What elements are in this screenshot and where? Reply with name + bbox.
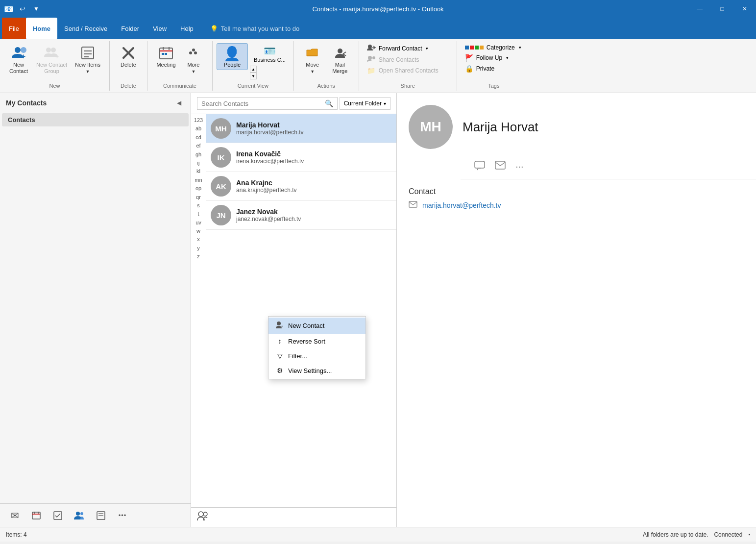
svg-rect-37 bbox=[475, 161, 485, 168]
lightbulb-icon: 💡 bbox=[210, 25, 218, 32]
collapse-sidebar-btn[interactable]: ◀ bbox=[173, 97, 185, 109]
alpha-ab[interactable]: ab bbox=[195, 124, 201, 133]
alpha-z[interactable]: z bbox=[197, 252, 200, 261]
ctx-new-contact[interactable]: + New Contact bbox=[268, 318, 366, 334]
new-contact-group-button[interactable]: + New ContactGroup bbox=[33, 43, 70, 76]
svg-rect-38 bbox=[495, 161, 505, 169]
ribbon: + NewContact + New ContactGroup bbox=[0, 39, 756, 93]
add-contact-footer-icon[interactable] bbox=[197, 511, 208, 524]
more-detail-actions-icon[interactable]: ··· bbox=[513, 159, 526, 175]
detail-email-value[interactable]: marija.horvat@perftech.tv bbox=[422, 201, 501, 209]
ctx-view-settings[interactable]: ⚙ View Settings... bbox=[268, 363, 366, 378]
alpha-s[interactable]: s bbox=[197, 201, 200, 210]
nav-mail-icon[interactable]: ✉ bbox=[6, 507, 24, 524]
alpha-ij[interactable]: ij bbox=[197, 159, 200, 167]
delete-button[interactable]: Delete bbox=[116, 43, 141, 70]
contact-marija-horvat[interactable]: MH Marija Horvat marija.horvat@perftech.… bbox=[206, 114, 396, 143]
search-input-wrap: 🔍 bbox=[197, 97, 338, 110]
ctx-reverse-sort[interactable]: ↕ Reverse Sort bbox=[268, 334, 366, 348]
alpha-x[interactable]: x bbox=[197, 235, 200, 244]
detail-name: Marija Horvat bbox=[463, 120, 538, 135]
svg-point-18 bbox=[189, 51, 192, 54]
nav-tasks-icon[interactable] bbox=[49, 507, 67, 524]
search-input[interactable] bbox=[201, 100, 322, 107]
svg-point-19 bbox=[194, 51, 197, 54]
alpha-kl[interactable]: kl bbox=[196, 167, 200, 175]
alpha-y[interactable]: y bbox=[197, 244, 200, 252]
menu-home[interactable]: Home bbox=[26, 18, 57, 39]
scroll-down-btn[interactable]: ▼ bbox=[250, 73, 257, 79]
meeting-button[interactable]: Meeting bbox=[153, 43, 179, 70]
resize-handle[interactable]: ▪ bbox=[748, 532, 750, 537]
alpha-123[interactable]: 123 bbox=[194, 116, 203, 124]
people-view-icon: 👤 bbox=[223, 46, 241, 62]
alpha-w[interactable]: w bbox=[196, 227, 200, 235]
contact-name-ana-krajnc: Ana Krajnc bbox=[236, 179, 391, 187]
business-card-label: Business C... bbox=[254, 57, 286, 63]
close-btn[interactable]: ✕ bbox=[733, 0, 756, 18]
contact-janez-novak[interactable]: JN Janez Novak janez.novak@perftech.tv bbox=[206, 201, 396, 230]
sidebar-header: My Contacts ◀ bbox=[0, 93, 191, 113]
categorize-button[interactable]: Categorize ▾ bbox=[463, 43, 525, 52]
sidebar-item-contacts[interactable]: Contacts bbox=[2, 113, 189, 126]
svg-rect-25 bbox=[32, 512, 40, 519]
private-label: Private bbox=[476, 65, 494, 72]
mail-merge-button[interactable]: MailMerge bbox=[327, 43, 353, 76]
nav-people-icon[interactable] bbox=[71, 507, 88, 524]
detail-contact-row: marija.horvat@perftech.tv bbox=[409, 201, 744, 210]
title-bar-text: Contacts - marija.horvat@perftech.tv - O… bbox=[312, 5, 443, 13]
search-scope-dropdown[interactable]: Current Folder ▾ bbox=[340, 97, 390, 110]
new-contact-icon: + bbox=[11, 45, 26, 61]
menu-help[interactable]: Help bbox=[173, 18, 200, 39]
chat-action-icon[interactable] bbox=[472, 159, 487, 175]
detail-actions: ··· bbox=[461, 155, 756, 179]
scroll-up-btn[interactable]: ▲ bbox=[250, 66, 257, 73]
alpha-cd[interactable]: cd bbox=[195, 133, 201, 142]
share-contacts-label: Share Contacts bbox=[379, 56, 419, 63]
private-button[interactable]: 🔒 Private bbox=[463, 64, 525, 74]
nav-calendar-icon[interactable] bbox=[27, 507, 45, 524]
alpha-ef[interactable]: ef bbox=[196, 142, 200, 150]
alpha-gh[interactable]: gh bbox=[195, 150, 201, 159]
maximize-btn[interactable]: □ bbox=[711, 0, 733, 18]
contact-name-janez-novak: Janez Novak bbox=[236, 208, 391, 216]
business-card-view-button[interactable]: 🪪 Business C... bbox=[250, 43, 290, 65]
contact-name-marija-horvat: Marija Horvat bbox=[236, 121, 391, 129]
people-view-button[interactable]: 👤 People bbox=[217, 43, 248, 70]
ribbon-group-delete-label: Delete bbox=[121, 81, 136, 89]
move-button[interactable]: Move▼ bbox=[300, 43, 325, 76]
alpha-mn[interactable]: mn bbox=[195, 176, 202, 184]
tell-me-input[interactable] bbox=[221, 25, 329, 32]
alpha-op[interactable]: op bbox=[195, 184, 201, 193]
alpha-qr[interactable]: qr bbox=[196, 193, 201, 201]
share-contacts-button[interactable]: Share Contacts bbox=[365, 54, 451, 65]
minimize-btn[interactable]: — bbox=[688, 0, 711, 18]
alpha-t[interactable]: t bbox=[197, 210, 199, 218]
redo-btn[interactable]: ▼ bbox=[31, 4, 41, 13]
menu-send-receive[interactable]: Send / Receive bbox=[57, 18, 114, 39]
tell-me-area[interactable]: 💡 bbox=[210, 18, 329, 39]
new-contact-button[interactable]: + NewContact bbox=[6, 43, 31, 76]
forward-contact-button[interactable]: Forward Contact ▾ bbox=[365, 43, 451, 53]
ctx-filter[interactable]: ▽ Filter... bbox=[268, 348, 366, 363]
categorize-icon bbox=[465, 46, 484, 49]
undo-btn[interactable]: ↩ bbox=[18, 4, 27, 14]
menu-bar: File Home Send / Receive Folder View Hel… bbox=[0, 18, 756, 39]
menu-view[interactable]: View bbox=[146, 18, 173, 39]
new-items-button[interactable]: New Items▼ bbox=[72, 43, 103, 76]
menu-file[interactable]: File bbox=[2, 18, 26, 39]
contact-ana-krajnc[interactable]: AK Ana Krajnc ana.krajnc@perftech.tv bbox=[206, 172, 396, 201]
new-items-icon bbox=[80, 45, 96, 61]
nav-notes-icon[interactable] bbox=[92, 507, 110, 524]
more-button[interactable]: More▼ bbox=[181, 43, 206, 76]
open-shared-contacts-button[interactable]: 📁 Open Shared Contacts bbox=[365, 66, 451, 75]
nav-more-icon[interactable]: ••• bbox=[114, 507, 131, 524]
follow-up-button[interactable]: 🚩 Follow Up ▾ bbox=[463, 53, 525, 63]
forward-contact-chevron: ▾ bbox=[426, 46, 428, 51]
alpha-uv[interactable]: uv bbox=[195, 219, 201, 227]
menu-folder[interactable]: Folder bbox=[114, 18, 146, 39]
open-shared-contacts-icon: 📁 bbox=[367, 67, 376, 74]
contact-irena-kovacic[interactable]: IK Irena Kovačič irena.kovacic@perftech.… bbox=[206, 143, 396, 172]
contact-info-ana-krajnc: Ana Krajnc ana.krajnc@perftech.tv bbox=[236, 179, 391, 194]
email-action-icon[interactable] bbox=[493, 159, 508, 175]
